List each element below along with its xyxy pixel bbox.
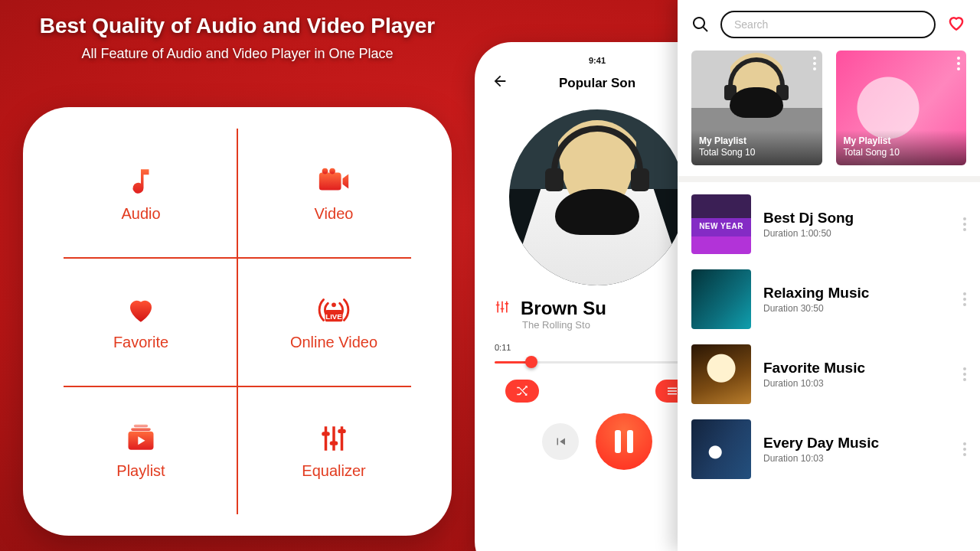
search-input[interactable]: Search (720, 11, 936, 38)
svg-text:LIVE: LIVE (325, 311, 342, 320)
song-thumbnail (691, 419, 751, 479)
skip-previous-icon (554, 435, 567, 448)
svg-rect-8 (325, 426, 328, 451)
pause-icon (615, 430, 633, 453)
shuffle-button[interactable] (505, 380, 539, 403)
back-button[interactable] (492, 73, 508, 94)
video-camera-icon (316, 164, 351, 199)
svg-point-0 (322, 168, 328, 174)
promo-subtitle: All Feature of Audio and Video Player in… (0, 46, 475, 62)
feature-equalizer[interactable]: Equalizer (237, 386, 430, 514)
shuffle-icon (515, 384, 529, 398)
song-duration: Duration 30:50 (763, 303, 951, 314)
search-icon (691, 15, 710, 34)
song-title: Favorite Music (763, 360, 951, 377)
svg-rect-13 (338, 429, 346, 432)
heart-outline-icon (946, 13, 966, 33)
playlist-card[interactable]: My Playlist Total Song 10 (836, 51, 967, 165)
song-item[interactable]: Every Day Music Duration 10:03 (678, 412, 980, 487)
more-vertical-icon (963, 217, 966, 231)
song-duration: Duration 1:00:50 (763, 228, 951, 239)
search-placeholder: Search (734, 18, 768, 31)
playlist-icon (124, 421, 158, 456)
album-art (509, 109, 685, 285)
song-thumbnail (691, 194, 751, 254)
song-item[interactable]: Relaxing Music Duration 30:50 (678, 262, 980, 337)
svg-point-2 (332, 302, 336, 307)
svg-rect-6 (131, 428, 151, 431)
favorites-button[interactable] (946, 13, 966, 36)
grid-divider-horizontal (64, 257, 411, 259)
feature-audio[interactable]: Audio (44, 129, 237, 257)
feature-playlist[interactable]: Playlist (44, 386, 237, 514)
playlist-card[interactable]: My Playlist Total Song 10 (691, 51, 822, 165)
svg-rect-11 (322, 432, 330, 435)
section-divider (678, 176, 980, 182)
promo-title: Best Quality of Audio and Video Player (0, 14, 475, 38)
previous-button[interactable] (542, 423, 579, 460)
song-more-button[interactable] (963, 367, 966, 381)
feature-online-video[interactable]: LIVE Online Video (237, 257, 430, 386)
playlist-title: My Playlist (844, 135, 900, 148)
playlist-title: My Playlist (699, 135, 755, 148)
song-thumbnail (691, 269, 751, 329)
feature-favorite[interactable]: Favorite (44, 257, 237, 386)
feature-label: Favorite (113, 334, 168, 351)
equalizer-button[interactable] (495, 299, 510, 318)
svg-rect-12 (330, 441, 338, 445)
song-list: Best Dj Song Duration 1:00:50 Relaxing M… (678, 182, 980, 491)
playlist-more-button[interactable] (957, 57, 960, 70)
svg-rect-9 (332, 426, 335, 451)
sliders-icon (495, 299, 510, 315)
song-title: Best Dj Song (763, 210, 951, 227)
svg-rect-7 (134, 424, 148, 427)
arrow-left-icon (492, 73, 508, 90)
more-vertical-icon (813, 57, 816, 70)
song-more-button[interactable] (963, 217, 966, 231)
playlist-more-button[interactable] (813, 57, 816, 70)
svg-point-1 (329, 168, 335, 174)
library-phone: Search My Playlist Total Song 10 (678, 0, 980, 551)
live-broadcast-icon: LIVE (316, 292, 351, 328)
feature-label: Equalizer (302, 462, 365, 480)
seek-slider[interactable] (495, 355, 700, 369)
more-vertical-icon (963, 292, 966, 306)
feature-label: Online Video (290, 334, 377, 351)
more-vertical-icon (963, 367, 966, 381)
song-duration: Duration 10:03 (763, 378, 951, 389)
player-nav-title: Popular Son (559, 76, 635, 91)
song-thumbnail (691, 344, 751, 404)
song-item[interactable]: Favorite Music Duration 10:03 (678, 337, 980, 412)
music-note-icon (125, 164, 157, 199)
equalizer-sliders-icon (318, 421, 350, 456)
song-more-button[interactable] (963, 292, 966, 306)
feature-video[interactable]: Video (237, 129, 430, 257)
more-vertical-icon (963, 442, 966, 456)
song-title: Relaxing Music (763, 285, 951, 302)
playlist-subtitle: Total Song 10 (844, 147, 900, 159)
heart-icon (125, 292, 157, 328)
playlist-subtitle: Total Song 10 (699, 147, 755, 159)
grid-divider-vertical (237, 129, 238, 514)
song-item[interactable]: Best Dj Song Duration 1:00:50 (678, 187, 980, 262)
song-duration: Duration 10:03 (763, 453, 951, 464)
feature-card: Audio Video Favorite LIVE Online Video (23, 107, 452, 536)
song-title: Every Day Music (763, 435, 951, 452)
track-title: Brown Su (521, 298, 606, 319)
feature-label: Audio (121, 205, 160, 223)
more-vertical-icon (957, 57, 960, 70)
feature-label: Playlist (116, 462, 165, 480)
time-elapsed: 0:11 (495, 343, 511, 352)
song-more-button[interactable] (963, 442, 966, 456)
feature-label: Video (315, 205, 354, 223)
grid-divider-horizontal (64, 386, 411, 387)
pause-button[interactable] (596, 413, 652, 470)
